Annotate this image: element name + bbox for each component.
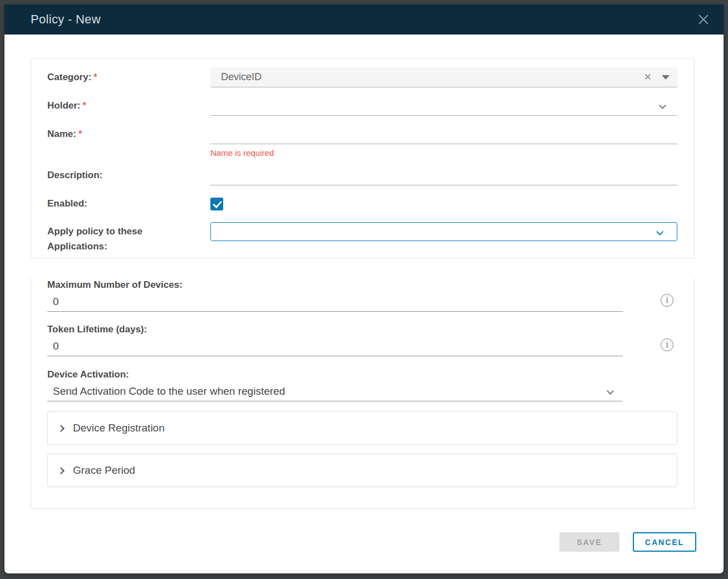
name-error-message: Name is required bbox=[210, 144, 677, 159]
token-lifetime-input[interactable]: 0 bbox=[47, 336, 623, 356]
apply-applications-row: Apply policy to these Applications: bbox=[47, 222, 677, 256]
category-select[interactable]: DeviceID ✕ bbox=[210, 67, 677, 87]
dialog-footer: SAVE CANCEL bbox=[31, 532, 696, 552]
enabled-checkbox[interactable] bbox=[210, 198, 223, 210]
dialog-body: Category:* DeviceID ✕ Holder:* Name:* bbox=[4, 35, 724, 573]
holder-select[interactable] bbox=[210, 96, 677, 116]
device-registration-section[interactable]: Device Registration bbox=[47, 411, 677, 445]
save-button[interactable]: SAVE bbox=[559, 532, 619, 552]
name-input[interactable] bbox=[210, 124, 677, 144]
holder-required-marker: * bbox=[83, 101, 86, 110]
token-lifetime-value: 0 bbox=[53, 340, 59, 352]
max-devices-value: 0 bbox=[53, 296, 59, 308]
chevron-down-icon[interactable] bbox=[656, 228, 663, 235]
max-devices-input[interactable]: 0 bbox=[47, 292, 623, 312]
close-button[interactable] bbox=[696, 12, 711, 27]
description-input[interactable] bbox=[210, 165, 677, 185]
holder-label: Holder:* bbox=[47, 99, 210, 113]
chevron-down-icon[interactable] bbox=[607, 387, 614, 395]
name-row: Name:* bbox=[47, 124, 677, 144]
info-icon[interactable]: i bbox=[661, 294, 673, 307]
device-registration-label: Device Registration bbox=[73, 422, 165, 434]
clear-icon[interactable]: ✕ bbox=[644, 72, 652, 82]
max-devices-row: 0 i bbox=[47, 292, 677, 312]
category-row: Category:* DeviceID ✕ bbox=[47, 67, 677, 87]
dialog-title: Policy - New bbox=[31, 12, 696, 27]
name-required-marker: * bbox=[78, 129, 82, 139]
grace-period-section[interactable]: Grace Period bbox=[47, 454, 677, 487]
holder-label-text: Holder: bbox=[47, 100, 81, 111]
name-label-text: Name: bbox=[47, 129, 76, 139]
token-lifetime-label: Token Lifetime (days): bbox=[47, 323, 677, 336]
description-label: Description: bbox=[47, 168, 210, 183]
device-activation-label: Device Activation: bbox=[47, 368, 677, 381]
category-value: DeviceID bbox=[221, 71, 644, 83]
category-label-text: Category: bbox=[47, 72, 91, 82]
name-label: Name:* bbox=[47, 127, 210, 141]
apply-applications-select[interactable] bbox=[210, 222, 677, 241]
close-icon bbox=[696, 12, 711, 27]
token-lifetime-row: 0 i bbox=[47, 336, 677, 356]
chevron-right-icon bbox=[57, 425, 65, 432]
category-label: Category:* bbox=[47, 70, 210, 85]
max-devices-label: Maximum Number of Devices: bbox=[47, 278, 677, 292]
dialog-header: Policy - New bbox=[4, 4, 724, 35]
device-settings-panel: Maximum Number of Devices: 0 i Token Lif… bbox=[31, 278, 695, 509]
category-required-marker: * bbox=[94, 72, 97, 82]
dropdown-arrow-icon[interactable] bbox=[662, 75, 670, 80]
device-activation-value: Send Activation Code to the user when re… bbox=[53, 385, 285, 398]
device-activation-select[interactable]: Send Activation Code to the user when re… bbox=[47, 381, 623, 401]
enabled-row: Enabled: bbox=[47, 194, 677, 214]
device-activation-row: Send Activation Code to the user when re… bbox=[47, 381, 677, 401]
chevron-right-icon bbox=[57, 467, 65, 474]
policy-general-panel: Category:* DeviceID ✕ Holder:* Name:* bbox=[31, 58, 695, 258]
enabled-label: Enabled: bbox=[47, 197, 210, 211]
name-error-row: Name is required bbox=[47, 144, 677, 159]
policy-new-dialog: Policy - New Category:* DeviceID ✕ Hold bbox=[4, 4, 724, 573]
description-row: Description: bbox=[47, 165, 677, 185]
apply-applications-label: Apply policy to these Applications: bbox=[47, 222, 167, 254]
grace-period-label: Grace Period bbox=[73, 464, 135, 477]
info-icon[interactable]: i bbox=[661, 338, 673, 351]
cancel-button[interactable]: CANCEL bbox=[633, 532, 696, 552]
holder-row: Holder:* bbox=[47, 96, 677, 116]
